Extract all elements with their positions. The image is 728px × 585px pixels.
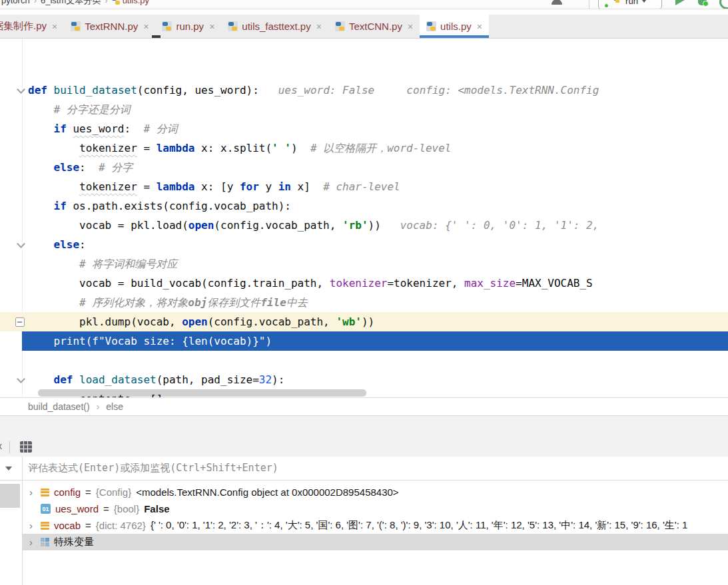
tab-label: run.py bbox=[176, 21, 204, 32]
python-file-icon bbox=[112, 0, 120, 5]
breadcrumb-separator: › bbox=[97, 401, 100, 412]
expand-chevron-icon[interactable]: › bbox=[29, 536, 36, 548]
tab-xxxxx.py[interactable]: 数据集制作.py× bbox=[0, 15, 64, 38]
layout-grid-icon[interactable] bbox=[20, 441, 32, 453]
code-line: def load_dataset(path, pad_size=32): bbox=[0, 370, 728, 389]
variable-name: 特殊变量 bbox=[54, 536, 94, 548]
close-icon[interactable]: × bbox=[316, 21, 322, 32]
tab-run.py[interactable]: run.py× bbox=[155, 15, 221, 38]
code-line: tokenizer = lambda x: x.split(' ') # 以空格… bbox=[0, 138, 728, 158]
top-nav-bar: pytorch›6_lstm文本分类›utils.py run bbox=[0, 0, 728, 9]
tab-TextRNN.py[interactable]: TextRNN.py× bbox=[64, 15, 155, 38]
variable-value: False bbox=[144, 503, 169, 514]
fold-collapse-icon[interactable] bbox=[15, 317, 25, 327]
expand-chevron-icon[interactable]: › bbox=[29, 520, 36, 531]
special-icon bbox=[41, 538, 49, 546]
breadcrumb-item[interactable]: 6_lstm文本分类 bbox=[41, 0, 101, 5]
toolbar-divider bbox=[9, 441, 10, 453]
code-line: vocab = build_vocab(config.train_path, t… bbox=[0, 274, 728, 293]
variable-row-special[interactable]: ›特殊变量 bbox=[23, 534, 728, 550]
code-line: if ues_word: # 分词 bbox=[0, 119, 728, 138]
user-menu[interactable] bbox=[551, 0, 568, 7]
code-line: else: # 分字 bbox=[0, 158, 728, 177]
code-line: vocab = pkl.load(open(config.vocab_path,… bbox=[0, 216, 728, 235]
close-icon[interactable]: × bbox=[143, 21, 149, 32]
variable-value: <models.TextRNN.Config object at 0x00000… bbox=[136, 487, 398, 498]
equals-sign: = bbox=[85, 487, 91, 498]
tab-TextCNN.py[interactable]: TextCNN.py× bbox=[328, 15, 420, 38]
clipped-toolbar-icon[interactable]: x bbox=[0, 441, 2, 451]
code-line: # 将字词和编号对应 bbox=[0, 254, 728, 274]
debug-toolbar: x bbox=[0, 438, 728, 457]
tab-label: TextRNN.py bbox=[85, 21, 138, 32]
breadcrumb-separator: › bbox=[105, 0, 107, 5]
code-line: pkl.dump(vocab, open(config.vocab_path, … bbox=[0, 312, 728, 331]
equals-sign: = bbox=[85, 520, 91, 531]
chevron-down-icon bbox=[642, 0, 646, 3]
variable-name: ues_word bbox=[55, 503, 99, 514]
run-configuration-label: run bbox=[625, 0, 638, 6]
code-line: contents = [] bbox=[0, 389, 728, 397]
variable-value: {' ': 0, '0': 1, '1': 2, '2': 3, '：': 4,… bbox=[151, 519, 687, 532]
close-icon[interactable]: × bbox=[209, 21, 214, 32]
primitive-icon: 01 bbox=[41, 504, 51, 514]
code-line: tokenizer = lambda x: [y for y in x] # c… bbox=[0, 177, 728, 196]
code-line: else: bbox=[0, 235, 728, 254]
python-file-icon bbox=[426, 21, 436, 31]
equals-sign: = bbox=[103, 503, 109, 514]
variable-row-vocab[interactable]: ›vocab = {dict: 4762}{' ': 0, '0': 1, '1… bbox=[23, 517, 728, 534]
running-status-dot bbox=[605, 4, 608, 7]
breadcrumb-item[interactable]: build_dataset() bbox=[28, 401, 90, 412]
object-icon bbox=[41, 522, 49, 530]
tab-label: 数据集制作.py bbox=[0, 20, 47, 33]
code-line: if os.path.exists(config.vocab_path): bbox=[0, 196, 728, 216]
frames-list-fragment bbox=[0, 484, 20, 508]
toolbar-divider bbox=[589, 0, 589, 9]
breadcrumb-item[interactable]: else bbox=[106, 401, 123, 412]
python-file-icon bbox=[162, 21, 172, 31]
close-icon[interactable]: × bbox=[477, 21, 482, 32]
debug-panel-header bbox=[0, 416, 728, 438]
code-editor[interactable]: def build_dataset(config, ues_word): ues… bbox=[0, 39, 728, 397]
python-file-icon bbox=[228, 21, 238, 31]
expand-chevron-icon[interactable]: › bbox=[29, 487, 36, 498]
python-file-icon bbox=[335, 21, 345, 31]
variable-row-ues-word[interactable]: 01ues_word = {bool}False bbox=[23, 500, 728, 517]
variable-name: config bbox=[54, 487, 81, 498]
ide-window: pytorch›6_lstm文本分类›utils.py run 数据集制作.py… bbox=[0, 0, 728, 585]
close-icon[interactable]: × bbox=[408, 21, 413, 32]
tab-label: utils.py bbox=[440, 21, 472, 32]
breadcrumb-item[interactable]: utils.py bbox=[123, 0, 149, 5]
code-line: def build_dataset(config, ues_word): ues… bbox=[0, 81, 728, 100]
editor-breadcrumb-bar[interactable]: build_dataset()›else bbox=[0, 397, 728, 416]
breadcrumb[interactable]: pytorch›6_lstm文本分类›utils.py bbox=[1, 0, 149, 7]
python-logo-icon bbox=[614, 0, 621, 5]
evaluate-placeholder: 评估表达式(Enter)或添加监视(Ctrl+Shift+Enter) bbox=[28, 457, 278, 480]
variable-name: vocab bbox=[54, 520, 81, 531]
debug-button[interactable] bbox=[698, 0, 707, 5]
variable-type: {dict: 4762} bbox=[96, 520, 146, 531]
object-icon bbox=[41, 488, 49, 496]
variable-row-config[interactable]: ›config = {Config}<models.TextRNN.Config… bbox=[23, 484, 728, 500]
tab-label: utils_fasttext.py bbox=[242, 21, 310, 32]
tab-utils_fasttext.py[interactable]: utils_fasttext.py× bbox=[221, 15, 328, 38]
close-icon[interactable]: × bbox=[52, 21, 57, 32]
code-line bbox=[0, 351, 728, 370]
code-line: # 分字还是分词 bbox=[0, 100, 728, 119]
python-file-icon bbox=[71, 21, 81, 31]
clipped-text-fragment bbox=[152, 35, 161, 38]
variable-type: {bool} bbox=[114, 503, 139, 514]
breadcrumb-item[interactable]: pytorch bbox=[1, 0, 30, 5]
code-line: # 序列化对象，将对象obj保存到文件file中去 bbox=[0, 293, 728, 312]
evaluate-expression-input[interactable]: 评估表达式(Enter)或添加监视(Ctrl+Shift+Enter) bbox=[0, 457, 728, 481]
run-button[interactable] bbox=[675, 0, 685, 5]
user-icon bbox=[551, 0, 562, 4]
tab-label: TextCNN.py bbox=[349, 21, 402, 32]
tab-bar: 数据集制作.py×TextRNN.py×run.py×utils_fasttex… bbox=[0, 15, 728, 39]
variable-type: {Config} bbox=[96, 487, 131, 498]
tab-utils.py[interactable]: utils.py× bbox=[420, 15, 489, 38]
breadcrumb-separator: › bbox=[34, 0, 37, 5]
coverage-icon[interactable] bbox=[719, 0, 728, 9]
history-dropdown-icon[interactable] bbox=[5, 467, 12, 471]
divider bbox=[0, 9, 728, 9]
